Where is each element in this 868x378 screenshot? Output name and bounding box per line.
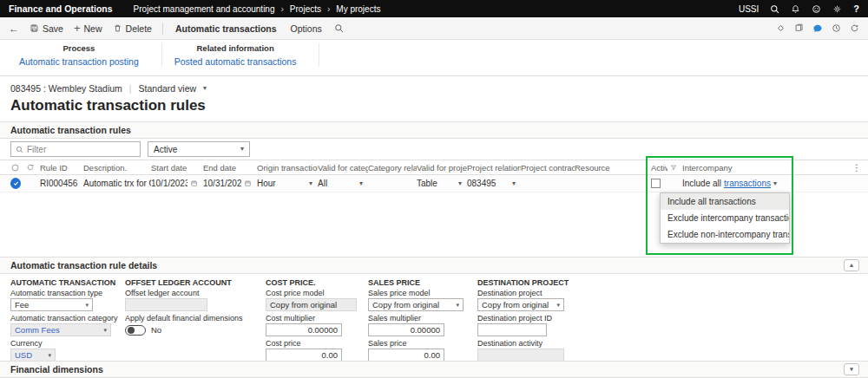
- collapse-section-button[interactable]: ▴: [844, 259, 859, 271]
- offset-ledger-account-input[interactable]: [125, 298, 207, 311]
- sales-price-input[interactable]: 0.00: [368, 349, 444, 362]
- destination-project-id-input[interactable]: [477, 323, 547, 336]
- chevron-down-icon[interactable]: ▾: [458, 180, 462, 187]
- sales-multiplier-input[interactable]: 0.00000: [368, 323, 444, 336]
- financial-dimensions-section-header[interactable]: Financial dimensions ▾: [0, 361, 868, 378]
- save-button[interactable]: Save: [30, 23, 63, 34]
- column-header-intercompany[interactable]: Intercompany: [682, 163, 793, 173]
- copy-icon[interactable]: [794, 23, 804, 33]
- cell-description[interactable]: Automatic trx for Oct 2023: [83, 179, 151, 188]
- automatic-transaction-posting-link[interactable]: Automatic transaction posting: [19, 56, 139, 67]
- cell-origin-transaction-type[interactable]: Hour ▾: [257, 179, 318, 188]
- cost-multiplier-input[interactable]: 0.00000: [266, 323, 342, 336]
- action-group-title: Related information: [174, 43, 297, 53]
- column-header-resource[interactable]: Resource: [575, 163, 651, 173]
- breadcrumb-item[interactable]: Project management and accounting: [134, 4, 275, 14]
- sales-price-model-select[interactable]: Copy from original ▾: [368, 298, 464, 311]
- refresh-icon[interactable]: [850, 23, 859, 33]
- action-pane: Process Automatic transaction posting Re…: [0, 40, 868, 76]
- apply-default-financial-dimensions-toggle[interactable]: [125, 325, 146, 336]
- column-header-rule-id[interactable]: Rule ID: [40, 163, 83, 173]
- chevron-down-icon[interactable]: ▾: [359, 180, 363, 187]
- back-icon[interactable]: ←: [9, 23, 19, 35]
- details-section-title: Automatic transaction rule details: [10, 260, 157, 270]
- column-header-origin-transaction-type[interactable]: Origin transaction t...: [257, 163, 318, 173]
- cell-rule-id[interactable]: RI000456: [40, 179, 83, 188]
- select-all-circle-icon[interactable]: [10, 163, 26, 173]
- details-section-header[interactable]: Automatic transaction rule details ▴: [0, 257, 868, 274]
- tab-options[interactable]: Options: [289, 23, 324, 34]
- breadcrumb-item[interactable]: My projects: [336, 4, 380, 14]
- active-checkbox[interactable]: [651, 179, 661, 188]
- row-selected-check-icon[interactable]: [10, 178, 26, 189]
- cost-price-model-select[interactable]: Copy from original: [266, 298, 357, 311]
- cell-intercompany[interactable]: Include all transactions ▾: [682, 179, 793, 188]
- new-button[interactable]: + New: [74, 22, 102, 35]
- group-destination-project: DESTINATION PROJECT Destination project …: [477, 278, 608, 364]
- history-clock-icon[interactable]: [832, 23, 841, 33]
- cell-project-relation[interactable]: 083495 ▾: [467, 179, 521, 188]
- calendar-icon[interactable]: [190, 179, 198, 187]
- chevron-down-icon[interactable]: ▾: [773, 180, 777, 187]
- cell-valid-for-category[interactable]: All ▾: [318, 179, 368, 188]
- personalize-icon[interactable]: [776, 23, 786, 33]
- automatic-transaction-type-select[interactable]: Fee ▾: [10, 298, 93, 311]
- dropdown-option-exclude-intercompany[interactable]: Exclude intercompany transactions: [661, 210, 789, 226]
- column-header-valid-for-project[interactable]: Valid for project: [417, 163, 467, 173]
- breadcrumb-item[interactable]: Projects: [290, 4, 321, 14]
- action-group-related-information: Related information Posted automatic tra…: [162, 43, 320, 67]
- chevron-down-icon[interactable]: ▾: [512, 180, 516, 187]
- search-commands-icon[interactable]: [334, 23, 344, 33]
- intercompany-transactions-link[interactable]: transactions: [724, 179, 771, 188]
- column-header-project-relation[interactable]: Project relation: [467, 163, 521, 173]
- feedback-smiley-icon[interactable]: [812, 4, 821, 14]
- top-navigation-bar: Finance and Operations Project managemen…: [0, 0, 868, 17]
- cell-start-date[interactable]: 10/1/2023: [151, 179, 203, 188]
- currency-select[interactable]: USD ▾: [10, 349, 56, 362]
- help-icon[interactable]: ?: [853, 3, 859, 14]
- more-options-icon[interactable]: ⋮: [852, 163, 861, 173]
- column-header-description[interactable]: Description.: [83, 163, 151, 173]
- divider: |: [129, 83, 132, 94]
- status-filter-value: Active: [154, 145, 177, 154]
- cell-valid-for-project[interactable]: Table ▾: [417, 179, 467, 188]
- grid-section-header[interactable]: Automatic transaction rules: [0, 121, 868, 139]
- delete-button[interactable]: Delete: [113, 23, 152, 34]
- chevron-down-icon: ▾: [48, 352, 51, 358]
- alerts-bell-icon[interactable]: [791, 4, 800, 14]
- app-title[interactable]: Finance and Operations: [9, 3, 113, 14]
- search-icon[interactable]: [770, 4, 779, 14]
- expand-section-button[interactable]: ▾: [844, 363, 859, 375]
- column-header-project-contract-id[interactable]: Project contract ID: [521, 163, 575, 173]
- column-header-end-date[interactable]: End date: [203, 163, 257, 173]
- automatic-transaction-category-select[interactable]: Comm Fees ▾: [10, 323, 111, 336]
- posted-automatic-transactions-link[interactable]: Posted automatic transactions: [174, 56, 297, 67]
- command-bar: ← Save + New Delete Automatic transactio…: [0, 17, 868, 40]
- chat-icon[interactable]: [812, 23, 823, 34]
- column-header-active[interactable]: Active: [651, 163, 682, 173]
- filter-funnel-icon[interactable]: [670, 164, 677, 171]
- dropdown-option-include-all[interactable]: Include all transactions: [661, 193, 789, 210]
- chevron-down-icon[interactable]: ▾: [309, 180, 312, 187]
- grid-filter-input[interactable]: [27, 145, 122, 154]
- cell-end-date[interactable]: 10/31/2023: [203, 179, 257, 188]
- status-filter-dropdown[interactable]: Active ▾: [148, 141, 250, 157]
- search-icon: [16, 146, 23, 153]
- calendar-icon[interactable]: [244, 179, 252, 187]
- dropdown-option-exclude-non-intercompany[interactable]: Exclude non-intercompany transactions: [661, 226, 789, 243]
- column-header-valid-for-category[interactable]: Valid for category: [318, 163, 368, 173]
- column-header-category-relation[interactable]: Category relation: [368, 163, 417, 173]
- table-row[interactable]: RI000456 Automatic trx for Oct 2023 10/1…: [0, 175, 868, 192]
- cost-price-input[interactable]: 0.00: [266, 349, 342, 362]
- chevron-down-icon[interactable]: ▾: [203, 85, 207, 92]
- destination-activity-input[interactable]: [477, 349, 564, 362]
- view-selector[interactable]: Standard view: [139, 83, 197, 94]
- settings-gear-icon[interactable]: [832, 4, 842, 14]
- refresh-icon[interactable]: [26, 163, 40, 172]
- tab-automatic-transactions[interactable]: Automatic transactions: [174, 23, 279, 34]
- destination-project-select[interactable]: Copy from original ▾: [477, 298, 564, 311]
- grid-filter-box[interactable]: [10, 141, 141, 157]
- action-group-process: Process Automatic transaction posting: [7, 43, 162, 67]
- column-header-start-date[interactable]: Start date: [151, 163, 203, 173]
- record-title: 083495 : Wembley Stadium: [10, 83, 122, 94]
